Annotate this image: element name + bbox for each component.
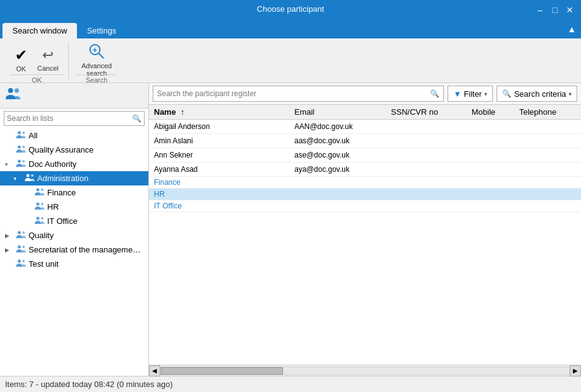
cell-telephone: [514, 148, 581, 163]
criteria-icon: 🔍: [502, 89, 511, 98]
toolbar-group-ok: ✔ OK ↩ Cancel OK: [5, 42, 69, 79]
horizontal-scrollbar[interactable]: ◀ ▶: [149, 365, 581, 376]
tree-icon-qa: [16, 145, 26, 155]
scroll-thumb[interactable]: [161, 367, 283, 375]
table-row[interactable]: Amin Aslani aas@doc.gov.uk: [149, 134, 581, 148]
tree-item-administration[interactable]: ▾ Administration: [0, 171, 148, 185]
minimize-button[interactable]: –: [534, 4, 546, 16]
table-row[interactable]: Abigail Anderson AAN@doc.gov.uk: [149, 120, 581, 134]
cell-mobile: [467, 163, 515, 177]
tab-search-window[interactable]: Search window: [2, 23, 77, 38]
table-row-group-it[interactable]: IT Office: [149, 200, 581, 212]
svg-point-21: [18, 246, 21, 249]
tree-item-all[interactable]: All: [0, 128, 148, 143]
svg-point-4: [15, 89, 19, 93]
tree-item-doc-authority[interactable]: ▾ Doc Authority: [0, 157, 148, 171]
col-mobile[interactable]: Mobile: [467, 105, 515, 120]
tree-item-finance[interactable]: Finance: [0, 185, 148, 200]
people-icon: [5, 87, 21, 104]
tree-icon-admin: [25, 173, 35, 184]
svg-point-17: [37, 217, 40, 220]
cell-email: ase@doc.gov.uk: [289, 148, 386, 163]
criteria-label: Search criteria: [514, 89, 566, 99]
svg-point-10: [22, 160, 25, 163]
tree-item-quality[interactable]: ▶ Quality: [0, 228, 148, 243]
tree-list: All Quality Assurance ▾ Doc Authority: [0, 128, 148, 376]
col-ssn[interactable]: SSN/CVR no: [386, 105, 467, 120]
svg-point-18: [41, 217, 43, 220]
participant-search-box[interactable]: 🔍: [153, 86, 444, 102]
cell-name: Abigail Anderson: [149, 120, 289, 134]
cell-name: Ann Sekner: [149, 148, 289, 163]
participant-search-input[interactable]: [157, 89, 430, 98]
list-search-box[interactable]: 🔍: [4, 111, 145, 126]
filter-button[interactable]: ▼ Filter ▾: [448, 86, 493, 102]
col-name[interactable]: Name ↑: [149, 105, 289, 120]
criteria-button[interactable]: 🔍 Search criteria ▾: [497, 86, 577, 102]
tree-label-admin: Administration: [37, 174, 88, 183]
toolbar-inner-ok: ✔ OK ↩ Cancel: [10, 45, 63, 74]
svg-point-16: [41, 203, 43, 205]
cell-telephone: [514, 134, 581, 148]
svg-point-3: [8, 88, 13, 93]
cell-email: aya@doc.gov.uk: [289, 163, 386, 177]
data-table: Name ↑ Email SSN/CVR no Mobile: [149, 105, 581, 365]
svg-line-1: [99, 53, 104, 58]
toolbar: ✔ OK ↩ Cancel OK + Advanced search: [0, 38, 581, 83]
tree-icon-test: [16, 259, 26, 269]
tree-label-all: All: [29, 131, 37, 140]
criteria-dropdown-icon: ▾: [569, 91, 572, 97]
cell-mobile: [467, 120, 515, 134]
cancel-button[interactable]: ↩ Cancel: [32, 45, 63, 74]
cell-name: Amin Aslani: [149, 134, 289, 148]
tree-item-it-office[interactable]: IT Office: [0, 214, 148, 228]
filter-icon: ▼: [453, 89, 461, 99]
window-title: Choose participant: [257, 4, 324, 14]
col-telephone[interactable]: Telephone: [514, 105, 581, 120]
tree-icon-it: [35, 216, 45, 226]
list-search-icon: 🔍: [132, 114, 142, 123]
right-panel: 🔍 ▼ Filter ▾ 🔍 Search criteria ▾ Name: [149, 83, 581, 376]
scroll-track[interactable]: [160, 367, 570, 375]
scroll-left-button[interactable]: ◀: [149, 365, 160, 376]
scroll-right-button[interactable]: ▶: [570, 365, 581, 376]
col-email[interactable]: Email: [289, 105, 386, 120]
svg-text:+: +: [92, 45, 97, 55]
ok-label: OK: [16, 65, 26, 73]
svg-point-15: [37, 203, 40, 206]
list-search-input[interactable]: [7, 114, 132, 123]
cell-ssn: [386, 120, 467, 134]
table-header-row: Name ↑ Email SSN/CVR no Mobile: [149, 105, 581, 120]
maximize-button[interactable]: □: [549, 4, 561, 16]
toolbar-inner-search: + Advanced search: [76, 45, 117, 74]
filter-dropdown-icon: ▾: [484, 91, 487, 97]
left-panel-header: [0, 83, 148, 109]
close-button[interactable]: ✕: [564, 4, 576, 16]
table-row[interactable]: Ann Sekner ase@doc.gov.uk: [149, 148, 581, 163]
tree-item-quality-assurance[interactable]: Quality Assurance: [0, 143, 148, 157]
table-row-group-finance[interactable]: Finance: [149, 177, 581, 189]
sort-asc-icon: ↑: [181, 107, 185, 117]
status-bar: Items: 7 - updated today 08:42 (0 minute…: [0, 376, 581, 392]
ok-button[interactable]: ✔ OK: [10, 44, 32, 75]
tree-item-secretariat[interactable]: ▶ Secretariat of the manageme…: [0, 243, 148, 257]
tree-label-it: IT Office: [47, 216, 78, 226]
group-label-finance: Finance: [149, 177, 581, 189]
svg-point-19: [18, 231, 21, 234]
tab-settings[interactable]: Settings: [77, 23, 126, 38]
tree-item-hr[interactable]: HR: [0, 200, 148, 214]
main-area: 🔍 All Quality Assurance ▾: [0, 83, 581, 376]
left-panel: 🔍 All Quality Assurance ▾: [0, 83, 149, 376]
svg-point-22: [22, 246, 25, 248]
tree-label-hr: HR: [47, 202, 59, 212]
table-row[interactable]: Ayanna Asad aya@doc.gov.uk: [149, 163, 581, 177]
tree-label-finance: Finance: [47, 188, 76, 197]
table-row-group-hr[interactable]: HR: [149, 189, 581, 200]
tree-icon-secretariat: [16, 244, 26, 255]
svg-point-13: [37, 189, 40, 192]
right-toolbar: 🔍 ▼ Filter ▾ 🔍 Search criteria ▾: [149, 83, 581, 105]
advanced-search-button[interactable]: + Advanced search: [76, 40, 117, 79]
tree-label-quality: Quality: [29, 231, 53, 240]
tree-item-test-unit[interactable]: Test unit: [0, 257, 148, 271]
svg-point-6: [22, 131, 25, 134]
